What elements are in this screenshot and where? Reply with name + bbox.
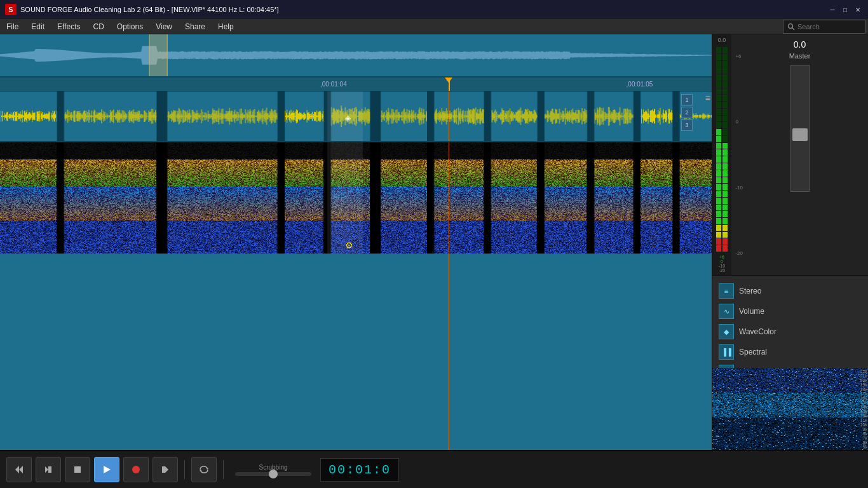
wavecolor-label: WaveColor xyxy=(739,327,776,336)
tool-wavecolor[interactable]: ◆ WaveColor xyxy=(717,322,863,342)
tool-ripple[interactable]: ∞ Ripple xyxy=(717,362,863,368)
svg-marker-9 xyxy=(165,466,168,473)
menu-cd[interactable]: CD xyxy=(87,19,111,34)
time-display: 00:01:0 xyxy=(320,458,399,482)
loop-btn[interactable] xyxy=(191,457,217,482)
master-slider-area xyxy=(736,65,863,192)
gear-cursor: ⚙ xyxy=(345,240,353,250)
svg-marker-2 xyxy=(15,466,19,473)
menu-help[interactable]: Help xyxy=(212,19,240,34)
minimize-button[interactable]: ─ xyxy=(827,4,837,15)
freq-label: 15k xyxy=(850,400,868,405)
title-bar: S SOUND FORGE Audio Cleaning Lab 2 (64 B… xyxy=(0,0,868,19)
freq-label: 11k xyxy=(850,418,868,423)
svg-point-0 xyxy=(789,24,793,28)
vu-left-channel xyxy=(716,47,721,252)
freq-label: 17k xyxy=(850,391,868,396)
tool-volume[interactable]: ∿ Volume xyxy=(717,301,863,322)
svg-rect-6 xyxy=(74,466,81,473)
list-icon[interactable]: ≡ xyxy=(705,93,710,103)
freq-label: 9k xyxy=(850,427,868,431)
menu-view[interactable]: View xyxy=(149,19,179,34)
vu-right-channel xyxy=(722,47,728,252)
timeline-marker-2: ,00:01:05 xyxy=(627,81,653,88)
stereo-label: Stereo xyxy=(739,287,761,295)
menu-options[interactable]: Options xyxy=(111,19,149,34)
freq-label: 4k xyxy=(850,449,868,450)
mini-spectrogram: 22k21k20k19k18k17k16k15k14k13k12k11k10k9… xyxy=(712,368,868,450)
vu-db-label: 0.0 xyxy=(718,37,726,43)
main-container: ,00:01:04 ,00:01:05 ◈ 1 2 3 ≡ xyxy=(0,34,868,450)
freq-label: 13k xyxy=(850,409,868,414)
freq-label: 6k xyxy=(850,440,868,445)
freq-label: 16k xyxy=(850,396,868,400)
freq-label: 20k xyxy=(850,378,868,383)
master-db-value: 0.0 xyxy=(736,39,863,50)
app-icon: S xyxy=(5,4,17,15)
volume-icon: ∿ xyxy=(719,304,734,319)
svg-rect-8 xyxy=(162,466,165,473)
record-dot xyxy=(132,466,140,473)
play-icon xyxy=(102,465,111,474)
vu-meters-wrap xyxy=(716,44,728,254)
overview-strip[interactable] xyxy=(0,34,712,78)
rewind-to-start-btn[interactable] xyxy=(6,457,32,482)
tool-spectral[interactable]: ▐▐ Spectral xyxy=(717,342,863,362)
scrubbing-knob[interactable] xyxy=(269,470,278,478)
freq-label: 8k xyxy=(850,431,868,436)
next-btn[interactable] xyxy=(153,457,178,482)
menu-share[interactable]: Share xyxy=(179,19,212,34)
diamond-cursor: ◈ xyxy=(345,114,351,123)
previous-icon xyxy=(44,465,53,474)
svg-rect-5 xyxy=(48,466,51,473)
search-icon xyxy=(787,23,795,30)
stop-btn[interactable] xyxy=(65,457,90,482)
svg-marker-7 xyxy=(104,466,111,473)
channel-labels: 1 2 3 xyxy=(680,92,694,133)
freq-label: 7k xyxy=(850,436,868,440)
freq-labels: 22k21k20k19k18k17k16k15k14k13k12k11k10k9… xyxy=(850,368,868,450)
freq-label: 18k xyxy=(850,387,868,391)
vu-meter: 0.0 +6 0 -10 -20 +60-10-20 xyxy=(712,34,731,275)
master-fader[interactable] xyxy=(790,65,810,192)
channel-btn-3[interactable]: 3 xyxy=(681,119,693,131)
waveform-display[interactable]: ◈ 1 2 3 ≡ xyxy=(0,92,712,142)
close-button[interactable]: ✕ xyxy=(853,4,863,15)
scrubbing-slider[interactable] xyxy=(235,472,311,476)
master-controls: 0.0 Master xyxy=(731,34,868,275)
freq-label: 22k xyxy=(850,369,868,374)
channel-btn-2[interactable]: 2 xyxy=(681,107,693,118)
freq-label: 12k xyxy=(850,414,868,418)
spectrogram-display[interactable]: ⚙ xyxy=(0,142,712,254)
menu-file[interactable]: File xyxy=(0,19,25,34)
menu-edit[interactable]: Edit xyxy=(25,19,51,34)
svg-marker-3 xyxy=(19,466,23,473)
timeline-playhead xyxy=(449,78,450,91)
lower-area xyxy=(0,254,712,450)
previous-btn[interactable] xyxy=(36,457,61,482)
transport-bar: Scrubbing 00:01:0 xyxy=(0,450,868,488)
next-icon xyxy=(161,465,170,474)
rewind-to-start-icon xyxy=(14,464,24,475)
wavecolor-icon: ◆ xyxy=(719,324,734,339)
waveform-area: ,00:01:04 ,00:01:05 ◈ 1 2 3 ≡ xyxy=(0,34,712,450)
timeline-ruler: ,00:01:04 ,00:01:05 xyxy=(0,78,712,92)
fader-knob[interactable] xyxy=(792,128,808,141)
spectral-icon: ▐▐ xyxy=(719,344,734,360)
timeline-marker-1: ,00:01:04 xyxy=(320,81,347,88)
master-label: Master xyxy=(736,52,863,60)
tools-panel: ≡ Stereo ∿ Volume ◆ WaveColor ▐▐ Spectra… xyxy=(712,276,868,368)
menu-effects[interactable]: Effects xyxy=(51,19,86,34)
title-left: S SOUND FORGE Audio Cleaning Lab 2 (64 B… xyxy=(5,4,279,15)
right-panel: 0.0 +6 0 -10 -20 +60-10-20 0.0 Master xyxy=(712,34,868,450)
tool-stereo[interactable]: ≡ Stereo xyxy=(717,281,863,301)
maximize-button[interactable]: □ xyxy=(840,4,850,15)
record-btn[interactable] xyxy=(123,457,149,482)
stop-icon xyxy=(73,465,82,474)
search-input[interactable] xyxy=(797,23,861,30)
play-btn[interactable] xyxy=(94,457,119,482)
channel-btn-1[interactable]: 1 xyxy=(681,94,693,105)
window-controls: ─ □ ✕ xyxy=(827,4,863,15)
app-title: SOUND FORGE Audio Cleaning Lab 2 (64 Bit… xyxy=(20,6,279,13)
svg-line-1 xyxy=(792,27,795,30)
